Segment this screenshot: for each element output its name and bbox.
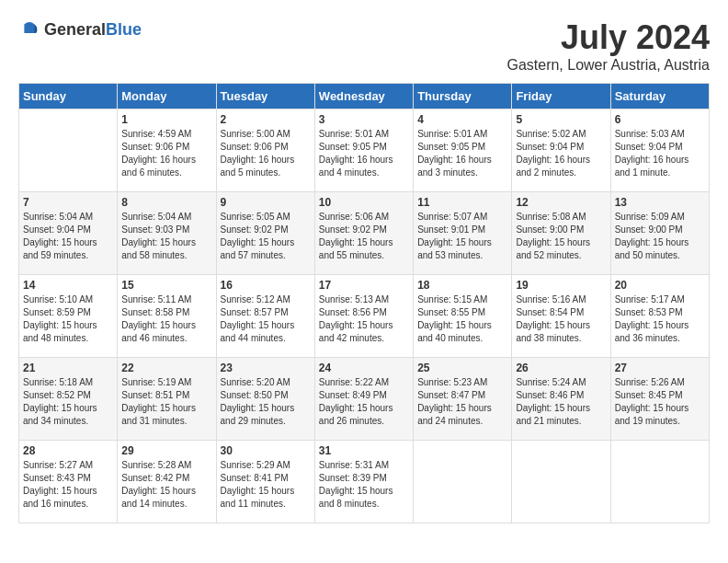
day-info: Sunrise: 5:17 AM Sunset: 8:53 PM Dayligh…	[615, 293, 705, 345]
calendar-cell: 5Sunrise: 5:02 AM Sunset: 9:04 PM Daylig…	[512, 109, 610, 192]
day-info: Sunrise: 5:18 AM Sunset: 8:52 PM Dayligh…	[23, 376, 113, 428]
calendar-cell: 24Sunrise: 5:22 AM Sunset: 8:49 PM Dayli…	[314, 358, 413, 441]
calendar-cell: 6Sunrise: 5:03 AM Sunset: 9:04 PM Daylig…	[610, 109, 709, 192]
day-number: 20	[615, 279, 705, 292]
day-number: 8	[121, 196, 211, 209]
logo-icon	[18, 18, 40, 40]
page-header: GeneralBlue July 2024 Gastern, Lower Aus…	[18, 18, 710, 74]
calendar-cell: 28Sunrise: 5:27 AM Sunset: 8:43 PM Dayli…	[19, 441, 118, 523]
day-number: 25	[417, 362, 507, 374]
day-number: 9	[221, 196, 311, 209]
column-header-tuesday: Tuesday	[216, 84, 314, 109]
day-info: Sunrise: 5:16 AM Sunset: 8:54 PM Dayligh…	[516, 293, 606, 345]
calendar-cell: 20Sunrise: 5:17 AM Sunset: 8:53 PM Dayli…	[610, 275, 709, 358]
day-info: Sunrise: 5:04 AM Sunset: 9:04 PM Dayligh…	[23, 211, 113, 262]
day-number: 21	[23, 362, 113, 374]
calendar-cell: 15Sunrise: 5:11 AM Sunset: 8:58 PM Dayli…	[118, 275, 216, 358]
calendar-week-row: 1Sunrise: 4:59 AM Sunset: 9:06 PM Daylig…	[19, 109, 710, 192]
day-info: Sunrise: 5:19 AM Sunset: 8:51 PM Dayligh…	[121, 376, 211, 428]
day-number: 15	[121, 279, 211, 292]
day-number: 26	[516, 362, 606, 374]
calendar-week-row: 28Sunrise: 5:27 AM Sunset: 8:43 PM Dayli…	[19, 441, 710, 523]
column-header-sunday: Sunday	[19, 84, 118, 109]
calendar-table: SundayMondayTuesdayWednesdayThursdayFrid…	[18, 83, 710, 523]
day-number: 4	[417, 113, 507, 126]
day-number: 14	[23, 279, 113, 292]
day-info: Sunrise: 5:23 AM Sunset: 8:47 PM Dayligh…	[417, 376, 507, 428]
day-number: 7	[23, 196, 113, 209]
calendar-cell: 21Sunrise: 5:18 AM Sunset: 8:52 PM Dayli…	[19, 358, 118, 441]
day-number: 27	[615, 362, 705, 374]
day-number: 31	[319, 444, 409, 457]
day-number: 16	[221, 279, 311, 292]
calendar-cell: 7Sunrise: 5:04 AM Sunset: 9:04 PM Daylig…	[19, 192, 118, 275]
day-number: 12	[516, 196, 606, 209]
day-number: 24	[319, 362, 409, 374]
day-number: 30	[221, 444, 311, 457]
calendar-cell	[414, 441, 512, 523]
day-info: Sunrise: 5:09 AM Sunset: 9:00 PM Dayligh…	[615, 211, 705, 262]
day-number: 22	[121, 362, 211, 374]
day-info: Sunrise: 5:20 AM Sunset: 8:50 PM Dayligh…	[221, 376, 311, 428]
column-header-monday: Monday	[118, 84, 216, 109]
day-info: Sunrise: 5:07 AM Sunset: 9:01 PM Dayligh…	[417, 211, 507, 262]
calendar-cell: 19Sunrise: 5:16 AM Sunset: 8:54 PM Dayli…	[512, 275, 610, 358]
day-info: Sunrise: 4:59 AM Sunset: 9:06 PM Dayligh…	[121, 128, 211, 179]
day-info: Sunrise: 5:05 AM Sunset: 9:02 PM Dayligh…	[221, 211, 311, 262]
calendar-cell: 10Sunrise: 5:06 AM Sunset: 9:02 PM Dayli…	[314, 192, 413, 275]
column-header-wednesday: Wednesday	[314, 84, 413, 109]
day-info: Sunrise: 5:28 AM Sunset: 8:42 PM Dayligh…	[121, 459, 211, 511]
calendar-cell: 27Sunrise: 5:26 AM Sunset: 8:45 PM Dayli…	[610, 358, 709, 441]
day-info: Sunrise: 5:11 AM Sunset: 8:58 PM Dayligh…	[121, 293, 211, 345]
day-info: Sunrise: 5:03 AM Sunset: 9:04 PM Dayligh…	[615, 128, 705, 179]
calendar-cell: 1Sunrise: 4:59 AM Sunset: 9:06 PM Daylig…	[118, 109, 216, 192]
calendar-cell: 23Sunrise: 5:20 AM Sunset: 8:50 PM Dayli…	[216, 358, 314, 441]
day-info: Sunrise: 5:15 AM Sunset: 8:55 PM Dayligh…	[417, 293, 507, 345]
calendar-week-row: 14Sunrise: 5:10 AM Sunset: 8:59 PM Dayli…	[19, 275, 710, 358]
calendar-cell: 18Sunrise: 5:15 AM Sunset: 8:55 PM Dayli…	[414, 275, 512, 358]
calendar-cell: 14Sunrise: 5:10 AM Sunset: 8:59 PM Dayli…	[19, 275, 118, 358]
calendar-cell: 3Sunrise: 5:01 AM Sunset: 9:05 PM Daylig…	[314, 109, 413, 192]
day-number: 3	[319, 113, 409, 126]
day-number: 6	[615, 113, 705, 126]
day-info: Sunrise: 5:04 AM Sunset: 9:03 PM Dayligh…	[121, 211, 211, 262]
calendar-cell: 2Sunrise: 5:00 AM Sunset: 9:06 PM Daylig…	[216, 109, 314, 192]
day-info: Sunrise: 5:22 AM Sunset: 8:49 PM Dayligh…	[319, 376, 409, 428]
calendar-cell	[512, 441, 610, 523]
month-title: July 2024	[506, 18, 710, 57]
calendar-header-row: SundayMondayTuesdayWednesdayThursdayFrid…	[19, 84, 710, 109]
day-info: Sunrise: 5:06 AM Sunset: 9:02 PM Dayligh…	[319, 211, 409, 262]
calendar-cell: 31Sunrise: 5:31 AM Sunset: 8:39 PM Dayli…	[314, 441, 413, 523]
calendar-cell: 11Sunrise: 5:07 AM Sunset: 9:01 PM Dayli…	[414, 192, 512, 275]
calendar-week-row: 7Sunrise: 5:04 AM Sunset: 9:04 PM Daylig…	[19, 192, 710, 275]
day-info: Sunrise: 5:00 AM Sunset: 9:06 PM Dayligh…	[221, 128, 311, 179]
day-number: 13	[615, 196, 705, 209]
calendar-cell: 30Sunrise: 5:29 AM Sunset: 8:41 PM Dayli…	[216, 441, 314, 523]
day-number: 29	[121, 444, 211, 457]
day-number: 2	[221, 113, 311, 126]
day-info: Sunrise: 5:13 AM Sunset: 8:56 PM Dayligh…	[319, 293, 409, 345]
calendar-cell: 13Sunrise: 5:09 AM Sunset: 9:00 PM Dayli…	[610, 192, 709, 275]
day-info: Sunrise: 5:26 AM Sunset: 8:45 PM Dayligh…	[615, 376, 705, 428]
day-info: Sunrise: 5:08 AM Sunset: 9:00 PM Dayligh…	[516, 211, 606, 262]
day-info: Sunrise: 5:24 AM Sunset: 8:46 PM Dayligh…	[516, 376, 606, 428]
column-header-saturday: Saturday	[610, 84, 709, 109]
calendar-week-row: 21Sunrise: 5:18 AM Sunset: 8:52 PM Dayli…	[19, 358, 710, 441]
day-info: Sunrise: 5:31 AM Sunset: 8:39 PM Dayligh…	[319, 459, 409, 511]
calendar-cell: 9Sunrise: 5:05 AM Sunset: 9:02 PM Daylig…	[216, 192, 314, 275]
day-number: 11	[417, 196, 507, 209]
day-number: 17	[319, 279, 409, 292]
day-number: 18	[417, 279, 507, 292]
day-number: 1	[121, 113, 211, 126]
day-number: 10	[319, 196, 409, 209]
logo: GeneralBlue	[18, 18, 142, 40]
day-info: Sunrise: 5:29 AM Sunset: 8:41 PM Dayligh…	[221, 459, 311, 511]
location-title: Gastern, Lower Austria, Austria	[506, 57, 710, 74]
calendar-cell: 25Sunrise: 5:23 AM Sunset: 8:47 PM Dayli…	[414, 358, 512, 441]
day-info: Sunrise: 5:01 AM Sunset: 9:05 PM Dayligh…	[417, 128, 507, 179]
column-header-thursday: Thursday	[414, 84, 512, 109]
calendar-cell: 22Sunrise: 5:19 AM Sunset: 8:51 PM Dayli…	[118, 358, 216, 441]
calendar-cell: 12Sunrise: 5:08 AM Sunset: 9:00 PM Dayli…	[512, 192, 610, 275]
calendar-cell	[19, 109, 118, 192]
calendar-cell	[610, 441, 709, 523]
